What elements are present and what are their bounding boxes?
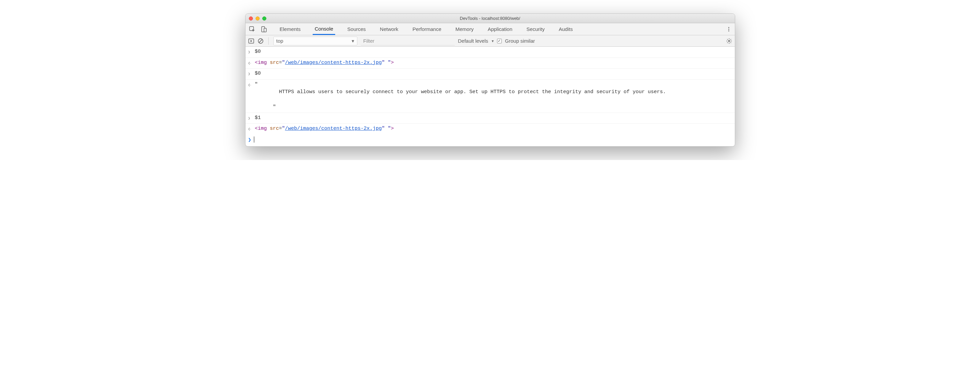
- clear-console-icon[interactable]: [258, 38, 264, 44]
- log-levels-select[interactable]: Default levels: [458, 38, 494, 44]
- svg-rect-2: [264, 28, 266, 32]
- input-marker-icon: [248, 48, 255, 56]
- tab-security[interactable]: Security: [525, 23, 547, 35]
- filter-input[interactable]: [361, 37, 455, 45]
- console-input-row: $0: [245, 69, 735, 80]
- tab-elements[interactable]: Elements: [278, 23, 303, 35]
- svg-point-4: [728, 29, 729, 30]
- tab-performance[interactable]: Performance: [410, 23, 443, 35]
- svg-point-9: [728, 40, 730, 42]
- link[interactable]: /web/images/content-https-2x.jpg: [285, 126, 382, 131]
- console-message: " HTTPS allows users to securely connect…: [255, 81, 732, 111]
- console-input-row: $0: [245, 47, 735, 58]
- output-marker-icon: [248, 125, 255, 133]
- tabs: ElementsConsoleSourcesNetworkPerformance…: [278, 23, 575, 35]
- tab-console[interactable]: Console: [313, 23, 335, 35]
- inspect-element-icon[interactable]: [248, 24, 257, 34]
- window-controls: [249, 16, 266, 21]
- text-cursor: [254, 136, 254, 142]
- toggle-sidebar-icon[interactable]: [248, 38, 254, 44]
- svg-point-3: [728, 27, 729, 28]
- tab-sources[interactable]: Sources: [345, 23, 368, 35]
- context-value: top: [277, 38, 283, 44]
- minimize-window-button[interactable]: [256, 16, 259, 21]
- close-window-button[interactable]: [249, 16, 253, 21]
- group-similar-checkbox[interactable]: ✓: [497, 39, 502, 43]
- separator: [268, 37, 269, 45]
- console-message: <img src="/web/images/content-https-2x.j…: [255, 125, 732, 133]
- titlebar: DevTools - localhost:8080/web/: [245, 14, 735, 23]
- device-toolbar-icon[interactable]: [259, 24, 268, 34]
- svg-line-14: [727, 39, 728, 40]
- svg-line-15: [730, 42, 731, 43]
- console-input-row: $1: [245, 113, 735, 124]
- tab-application[interactable]: Application: [486, 23, 514, 35]
- svg-line-16: [727, 42, 728, 43]
- console-toolbar: top ▾ Default levels ✓ Group similar: [245, 35, 735, 47]
- chevron-down-icon: ▾: [352, 38, 354, 44]
- kebab-menu-icon[interactable]: [726, 27, 732, 32]
- input-marker-icon: [248, 70, 255, 78]
- console-message: $0: [255, 48, 732, 56]
- svg-line-8: [259, 39, 262, 42]
- svg-point-5: [728, 30, 729, 31]
- output-marker-icon: [248, 81, 255, 89]
- window-title: DevTools - localhost:8080/web/: [460, 16, 520, 21]
- group-similar-label: Group similar: [505, 38, 535, 44]
- gear-icon[interactable]: [726, 38, 732, 44]
- console-output-row: " HTTPS allows users to securely connect…: [245, 80, 735, 113]
- console-prompt[interactable]: ❯: [245, 134, 735, 146]
- console-message: $0: [255, 70, 732, 78]
- tab-audits[interactable]: Audits: [557, 23, 575, 35]
- console-message: $1: [255, 114, 732, 122]
- svg-line-17: [730, 39, 731, 40]
- tab-memory[interactable]: Memory: [453, 23, 476, 35]
- log-levels-label: Default levels: [458, 38, 488, 44]
- input-marker-icon: [248, 114, 255, 122]
- tab-network[interactable]: Network: [378, 23, 400, 35]
- zoom-window-button[interactable]: [262, 16, 266, 21]
- console-message: <img src="/web/images/content-https-2x.j…: [255, 59, 732, 67]
- devtools-window: DevTools - localhost:8080/web/ ElementsC…: [245, 13, 735, 147]
- console-output-row: <img src="/web/images/content-https-2x.j…: [245, 124, 735, 134]
- main-tabbar: ElementsConsoleSourcesNetworkPerformance…: [245, 23, 735, 35]
- console-output-row: <img src="/web/images/content-https-2x.j…: [245, 58, 735, 69]
- prompt-caret-icon: ❯: [248, 136, 251, 143]
- console-output: $0<img src="/web/images/content-https-2x…: [245, 47, 735, 134]
- context-select[interactable]: top ▾: [274, 37, 357, 45]
- link[interactable]: /web/images/content-https-2x.jpg: [285, 60, 382, 66]
- output-marker-icon: [248, 59, 255, 67]
